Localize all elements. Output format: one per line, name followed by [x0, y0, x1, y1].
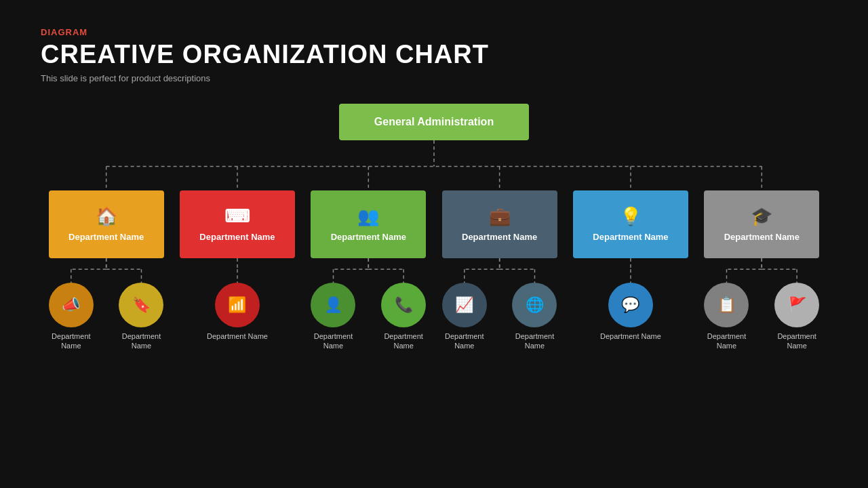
sub-item-2-0: 👤Department Name	[303, 283, 364, 351]
dept-col-3: 💼Department Name📈Department Name🌐Departm…	[434, 190, 565, 351]
dept-box-4: 💡Department Name	[573, 190, 688, 258]
dept-box-0: 🏠Department Name	[49, 190, 164, 258]
main-title: CREATIVE ORGANIZATION CHART	[41, 40, 827, 69]
sub-circle-5-1: 🚩	[774, 283, 819, 327]
sub-row-0: 📣Department Name🔖Department Name	[41, 283, 172, 351]
sub-item-1-0: 📶Department Name	[207, 283, 268, 341]
dept-name-5: Department Name	[724, 232, 800, 243]
dept-icon-2: 👥	[357, 205, 379, 228]
dept-icon-4: 💡	[620, 205, 642, 228]
sub-circle-5-0: 📋	[704, 283, 749, 327]
sub-circle-1-0: 📶	[215, 283, 260, 327]
sub-circle-2-1: 📞	[381, 283, 426, 327]
sub-text-0-1: Department Name	[111, 331, 172, 351]
sub-item-5-1: 🚩Department Name	[766, 283, 827, 351]
sub-circle-0-1: 🔖	[119, 283, 163, 327]
dept-col-1: ⌨Department Name📶Department Name	[172, 190, 302, 341]
sub-row-2: 👤Department Name📞Department Name	[303, 283, 434, 351]
dept-name-2: Department Name	[331, 232, 406, 243]
sub-row-1: 📶Department Name	[207, 283, 268, 341]
dept-icon-1: ⌨	[224, 205, 250, 228]
top-node-row: General Administration	[41, 104, 827, 140]
sub-row-5: 📋Department Name🚩Department Name	[696, 283, 827, 351]
sub-item-3-1: 🌐Department Name	[505, 283, 566, 351]
dept-name-4: Department Name	[593, 232, 668, 243]
dept-icon-3: 💼	[489, 205, 511, 228]
dept-box-1: ⌨Department Name	[180, 190, 295, 258]
dept-name-1: Department Name	[199, 232, 275, 243]
sub-circle-3-0: 📈	[442, 283, 487, 327]
sub-circle-2-0: 👤	[311, 283, 355, 327]
top-node: General Administration	[339, 104, 529, 140]
subtitle: This slide is perfect for product descri…	[41, 73, 827, 83]
sub-text-5-1: Department Name	[766, 331, 827, 351]
sub-row-3: 📈Department Name🌐Department Name	[434, 283, 565, 351]
dept-icon-0: 🏠	[96, 205, 117, 228]
sub-text-3-1: Department Name	[505, 331, 566, 351]
sub-text-2-0: Department Name	[303, 331, 364, 351]
dept-icon-5: 🎓	[751, 205, 772, 228]
dept-box-3: 💼Department Name	[442, 190, 557, 258]
diagram-label: Diagram	[41, 27, 827, 37]
sub-text-5-0: Department Name	[696, 331, 757, 351]
sub-circle-4-0: 💬	[608, 283, 653, 327]
sub-circle-3-1: 🌐	[512, 283, 557, 327]
sub-item-0-1: 🔖Department Name	[111, 283, 172, 351]
dept-col-2: 👥Department Name👤Department Name📞Departm…	[303, 190, 434, 351]
sub-row-4: 💬Department Name	[600, 283, 661, 341]
dept-col-0: 🏠Department Name📣Department Name🔖Departm…	[41, 190, 172, 351]
departments-row: 🏠Department Name📣Department Name🔖Departm…	[41, 190, 827, 351]
sub-item-3-0: 📈Department Name	[434, 283, 495, 351]
dept-col-5: 🎓Department Name📋Department Name🚩Departm…	[696, 190, 827, 351]
sub-circle-0-0: 📣	[49, 283, 94, 327]
dept-box-2: 👥Department Name	[311, 190, 426, 258]
dept-name-3: Department Name	[462, 232, 537, 243]
sub-item-5-0: 📋Department Name	[696, 283, 757, 351]
sub-text-0-0: Department Name	[41, 331, 102, 351]
sub-item-2-1: 📞Department Name	[373, 283, 434, 351]
sub-text-1-0: Department Name	[207, 331, 268, 341]
sub-text-3-0: Department Name	[434, 331, 495, 351]
sub-item-4-0: 💬Department Name	[600, 283, 661, 341]
dept-name-0: Department Name	[68, 232, 144, 243]
connector-svg	[41, 140, 827, 190]
org-chart: General Administration 🏠Department Name📣…	[41, 104, 827, 351]
sub-text-4-0: Department Name	[600, 331, 661, 341]
dept-col-4: 💡Department Name💬Department Name	[565, 190, 696, 341]
top-node-label: General Administration	[374, 116, 494, 127]
sub-item-0-0: 📣Department Name	[41, 283, 102, 351]
slide: Diagram CREATIVE ORGANIZATION CHART This…	[0, 0, 868, 488]
dept-box-5: 🎓Department Name	[704, 190, 819, 258]
sub-text-2-1: Department Name	[373, 331, 434, 351]
